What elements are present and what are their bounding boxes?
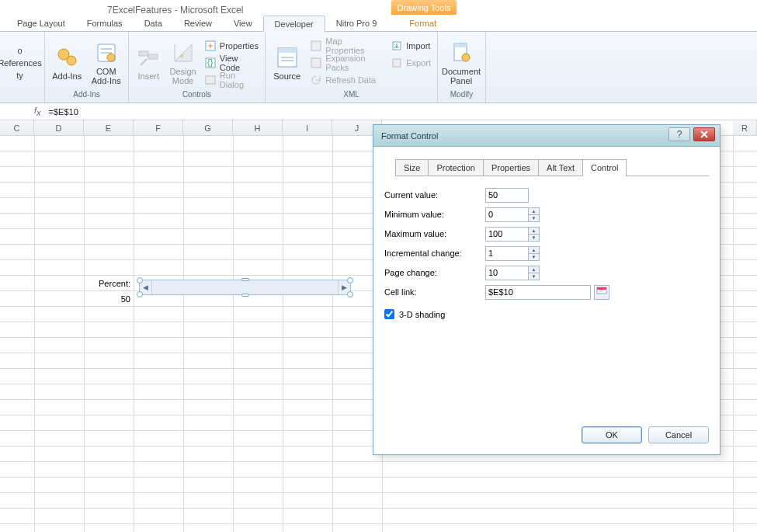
ribbon: o References ty Add-Ins COM Add-Ins Add-… bbox=[0, 32, 757, 103]
svg-rect-6 bbox=[139, 51, 148, 56]
truncated-left-group: o References ty bbox=[5, 35, 40, 90]
document-title: 7ExcelFeatures - Microsoft Excel bbox=[107, 5, 243, 16]
svg-point-23 bbox=[462, 54, 470, 61]
col-G[interactable]: G bbox=[183, 120, 233, 135]
label-cell-link: Cell link: bbox=[384, 287, 485, 297]
input-minimum-value[interactable] bbox=[485, 207, 529, 222]
input-cell-link[interactable] bbox=[485, 285, 591, 300]
col-E[interactable]: E bbox=[84, 120, 134, 135]
export-button[interactable]: Export bbox=[389, 55, 432, 71]
range-selector-icon bbox=[596, 287, 607, 297]
label-incremental-change: Incremental change: bbox=[384, 249, 485, 258]
tab-nitro[interactable]: Nitro Pro 9 bbox=[325, 16, 388, 32]
selection-handle[interactable] bbox=[347, 291, 353, 297]
col-H[interactable]: H bbox=[233, 120, 283, 135]
tab-page-layout[interactable]: Page Layout bbox=[6, 16, 76, 32]
import-icon bbox=[391, 40, 403, 52]
dialog-tab-protection[interactable]: Protection bbox=[428, 159, 484, 176]
col-R[interactable]: R bbox=[733, 120, 757, 135]
scrollbar-form-control[interactable]: ◀ ▶ bbox=[139, 280, 351, 295]
tab-formulas[interactable]: Formulas bbox=[76, 16, 134, 32]
group-label-modify: Modify bbox=[443, 90, 481, 101]
cell-percent-value[interactable]: 50 bbox=[84, 291, 134, 307]
svg-point-1 bbox=[67, 56, 76, 65]
tab-data[interactable]: Data bbox=[134, 16, 173, 32]
tab-review[interactable]: Review bbox=[173, 16, 223, 32]
com-addins-button[interactable]: COM Add-Ins bbox=[89, 37, 124, 89]
trunc-line1: o bbox=[17, 46, 22, 55]
spinner-maximum[interactable]: ▲▼ bbox=[528, 227, 540, 242]
selection-handle[interactable] bbox=[137, 277, 143, 283]
trunc-line2: References bbox=[0, 58, 42, 68]
input-page-change[interactable] bbox=[485, 266, 529, 280]
selection-handle[interactable] bbox=[241, 278, 249, 281]
spinner-page[interactable]: ▲▼ bbox=[528, 266, 540, 280]
run-dialog-button[interactable]: Run Dialog bbox=[203, 72, 260, 88]
import-button[interactable]: Import bbox=[389, 38, 432, 54]
design-mode-button[interactable]: Design Mode bbox=[168, 37, 197, 89]
refresh-icon bbox=[310, 74, 322, 86]
input-maximum-value[interactable] bbox=[485, 227, 529, 242]
tab-view[interactable]: View bbox=[223, 16, 263, 32]
col-F[interactable]: F bbox=[134, 120, 183, 135]
dialog-title: Format Control bbox=[381, 131, 438, 141]
close-button[interactable] bbox=[693, 127, 715, 141]
cell-percent-label[interactable]: Percent: bbox=[84, 276, 134, 291]
selection-handle[interactable] bbox=[137, 291, 143, 297]
svg-rect-20 bbox=[393, 59, 401, 67]
group-label-addins: Add-Ins bbox=[50, 90, 123, 101]
help-button[interactable]: ? bbox=[668, 127, 690, 141]
dialog-tab-alttext[interactable]: Alt Text bbox=[538, 159, 583, 176]
format-control-dialog: Format Control ? Size Protection Propert… bbox=[373, 124, 721, 455]
spinner-incremental[interactable]: ▲▼ bbox=[528, 246, 540, 261]
dialog-tab-size[interactable]: Size bbox=[395, 159, 429, 176]
dialog-title-bar[interactable]: Format Control ? bbox=[373, 125, 720, 147]
map-icon bbox=[310, 40, 322, 52]
input-incremental-change[interactable] bbox=[485, 246, 529, 261]
label-current-value: Current value: bbox=[384, 190, 485, 200]
svg-point-5 bbox=[107, 54, 115, 61]
col-C[interactable]: C bbox=[0, 120, 34, 135]
svg-rect-17 bbox=[311, 41, 321, 50]
fx-icon[interactable]: fx bbox=[34, 106, 41, 117]
svg-text:{}: {} bbox=[207, 57, 214, 67]
list-gear-icon bbox=[94, 40, 119, 65]
insert-control-button[interactable]: Insert bbox=[134, 37, 163, 89]
group-label-xml: XML bbox=[270, 90, 432, 101]
addins-button[interactable]: Add-Ins bbox=[50, 37, 85, 89]
close-icon bbox=[700, 130, 708, 138]
ok-button[interactable]: OK bbox=[582, 426, 642, 443]
properties-icon bbox=[204, 40, 217, 52]
tab-format[interactable]: Format bbox=[398, 16, 447, 32]
svg-rect-7 bbox=[148, 54, 158, 59]
range-selector-button[interactable] bbox=[594, 285, 609, 300]
input-current-value[interactable] bbox=[485, 188, 529, 203]
expansion-packs-button[interactable]: Expansion Packs bbox=[308, 55, 384, 71]
tab-developer[interactable]: Developer bbox=[263, 16, 325, 32]
dialog-tab-properties[interactable]: Properties bbox=[483, 159, 539, 176]
selection-handle[interactable] bbox=[241, 294, 249, 297]
map-properties-button[interactable]: Map Properties bbox=[308, 38, 384, 54]
document-panel-button[interactable]: Document Panel bbox=[443, 37, 480, 89]
svg-point-8 bbox=[180, 54, 183, 57]
checkbox-3d-shading[interactable] bbox=[384, 309, 394, 319]
svg-rect-25 bbox=[597, 287, 606, 290]
properties-button[interactable]: Properties bbox=[203, 38, 260, 54]
col-D[interactable]: D bbox=[34, 120, 84, 135]
svg-rect-26 bbox=[599, 290, 602, 292]
source-button[interactable]: Source bbox=[270, 37, 304, 89]
title-bar: 7ExcelFeatures - Microsoft Excel Drawing… bbox=[0, 0, 757, 16]
xml-pane-icon bbox=[275, 45, 300, 70]
refresh-data-button[interactable]: Refresh Data bbox=[308, 72, 384, 88]
svg-rect-14 bbox=[278, 48, 297, 53]
label-page-change: Page change: bbox=[384, 268, 485, 277]
dialog-tab-control[interactable]: Control bbox=[582, 159, 627, 176]
view-code-button[interactable]: {} View Code bbox=[203, 55, 260, 71]
formula-text[interactable]: =$E$10 bbox=[49, 107, 78, 116]
selection-handle[interactable] bbox=[347, 277, 353, 283]
col-I[interactable]: I bbox=[283, 120, 332, 135]
ribbon-tab-row: Page Layout Formulas Data Review View De… bbox=[0, 16, 757, 32]
cancel-button[interactable]: Cancel bbox=[648, 426, 709, 443]
spinner-minimum[interactable]: ▲▼ bbox=[528, 207, 540, 222]
contextual-tab-header: Drawing Tools bbox=[391, 0, 457, 15]
